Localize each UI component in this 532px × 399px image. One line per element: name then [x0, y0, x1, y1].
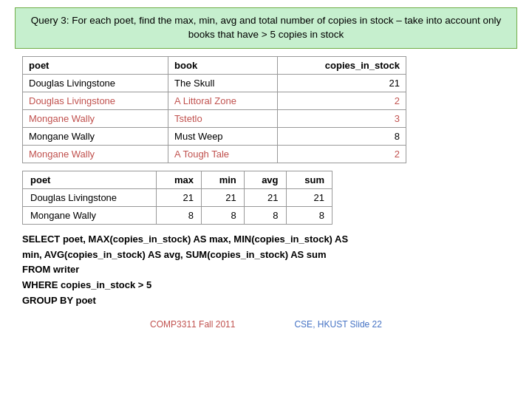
summary-table-cell-poet: Mongane Wally [23, 206, 157, 224]
sql-line-0: SELECT poet, MAX(copies_in_stock) AS max… [22, 232, 517, 248]
main-table-wrapper: poet book copies_in_stock Douglas Living… [22, 56, 517, 163]
main-table-cell-book: Tstetlo [168, 109, 278, 127]
main-table-header-copies: copies_in_stock [278, 56, 406, 74]
main-table-cell-book: The Skull [168, 74, 278, 92]
summary-table-cell-min: 21 [202, 188, 245, 206]
main-table-header-poet: poet [23, 56, 168, 74]
main-table-row: Douglas LivingstoneA Littoral Zone2 [23, 92, 406, 109]
summary-table-cell-min: 8 [202, 206, 245, 224]
page-wrapper: Query 3: For each poet, find the max, mi… [0, 0, 532, 399]
main-table-cell-poet: Mongane Wally [23, 109, 168, 127]
query-box: Query 3: For each poet, find the max, mi… [15, 7, 517, 49]
summary-table-header-min: min [202, 171, 245, 188]
summary-table-cell-max: 21 [156, 188, 202, 206]
main-table-cell-poet: Douglas Livingstone [23, 74, 168, 92]
summary-table-cell-avg: 8 [244, 206, 286, 224]
footer-left: COMP3311 Fall 2011 [150, 319, 235, 330]
main-table-row: Douglas LivingstoneThe Skull21 [23, 74, 406, 92]
main-table-cell-book: A Tough Tale [168, 145, 278, 163]
main-table-cell-book: Must Weep [168, 127, 278, 145]
main-table-cell-copies: 8 [278, 127, 406, 145]
sql-line-2: FROM writer [22, 262, 517, 278]
sql-line-1: min, AVG(copies_in_stock) AS avg, SUM(co… [22, 248, 517, 263]
main-table-cell-copies: 2 [278, 92, 406, 109]
main-table-cell-poet: Mongane Wally [23, 145, 168, 163]
summary-table-cell-poet: Douglas Livingstone [23, 188, 157, 206]
main-table-cell-poet: Mongane Wally [23, 127, 168, 145]
summary-table-cell-sum: 8 [286, 206, 332, 224]
sql-block: SELECT poet, MAX(copies_in_stock) AS max… [22, 232, 517, 309]
sql-line-3: WHERE copies_in_stock > 5 [22, 278, 517, 293]
footer-right: CSE, HKUST Slide 22 [294, 319, 382, 330]
footer: COMP3311 Fall 2011 CSE, HKUST Slide 22 [15, 319, 517, 330]
summary-table-header-sum: sum [286, 171, 332, 188]
sql-line-4: GROUP BY poet [22, 293, 517, 309]
main-table-row: Mongane WallyA Tough Tale2 [23, 145, 406, 163]
summary-table-row: Mongane Wally8888 [23, 206, 332, 224]
main-table-cell-poet: Douglas Livingstone [23, 92, 168, 109]
main-table-row: Mongane WallyTstetlo3 [23, 109, 406, 127]
summary-table-cell-sum: 21 [286, 188, 332, 206]
main-table-cell-copies: 21 [278, 74, 406, 92]
main-table-row: Mongane WallyMust Weep8 [23, 127, 406, 145]
summary-table-cell-max: 8 [156, 206, 202, 224]
summary-table-row: Douglas Livingstone21212121 [23, 188, 332, 206]
main-table-cell-book: A Littoral Zone [168, 92, 278, 109]
summary-table-header-max: max [156, 171, 202, 188]
summary-table: poet max min avg sum Douglas Livingstone… [22, 171, 332, 225]
main-table-cell-copies: 2 [278, 145, 406, 163]
summary-table-header-poet: poet [23, 171, 157, 188]
main-table-cell-copies: 3 [278, 109, 406, 127]
main-table: poet book copies_in_stock Douglas Living… [22, 56, 406, 163]
summary-table-wrapper: poet max min avg sum Douglas Livingstone… [22, 171, 517, 225]
summary-table-cell-avg: 21 [244, 188, 286, 206]
main-table-header-book: book [168, 56, 278, 74]
summary-table-header-avg: avg [244, 171, 286, 188]
